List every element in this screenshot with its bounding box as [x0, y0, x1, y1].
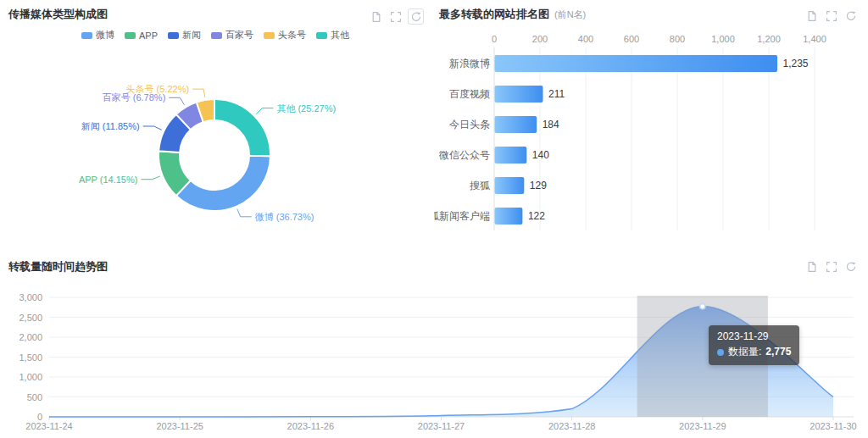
- pie-label: 新闻 (11.85%): [81, 121, 140, 131]
- dashboard: 传播媒体类型构成图 微博APP新闻百家号头条号其他 微博 (36.73%)APP…: [0, 0, 868, 438]
- bar-category-label: 微信公众号: [438, 149, 490, 161]
- tooltip-date: 2023-11-29: [717, 330, 791, 344]
- trend-ytick-label: 2,500: [19, 313, 42, 323]
- bar-1[interactable]: [495, 86, 543, 103]
- bar-axis-tick-label: 1,200: [757, 34, 781, 44]
- trend-xtick-label: 2023-11-26: [287, 421, 334, 431]
- pie-label-line: [237, 209, 252, 217]
- trend-panel: 转载量随时间趋势图 05001,0001,5002,0002,5003,0002…: [0, 251, 868, 438]
- bar-axis-tick-label: 800: [670, 34, 685, 44]
- pie-label: 其他 (25.27%): [276, 103, 336, 114]
- bar-axis-tick-label: 1,400: [803, 34, 826, 44]
- bar-category-label: 搜狐: [470, 180, 491, 191]
- trend-xtick-label: 2023-11-28: [548, 421, 595, 431]
- trend-xtick-label: 2023-11-24: [25, 421, 72, 431]
- bar-axis-tick-label: 600: [624, 34, 639, 44]
- bar-category-label: 新浪微博: [449, 58, 490, 69]
- trend-ytick-label: 1,500: [19, 352, 42, 363]
- hovered-point-marker: [700, 303, 705, 308]
- bar-axis-tick-label: 0: [492, 34, 497, 44]
- bar-value-label: 184: [542, 119, 559, 130]
- tooltip-series-label: 数据量:: [728, 345, 761, 359]
- trend-ytick-label: 3,000: [19, 292, 42, 302]
- trend-xtick-label: 2023-11-29: [679, 421, 726, 431]
- bar-2[interactable]: [495, 116, 537, 133]
- pie-slice-0[interactable]: [176, 156, 270, 211]
- trend-xtick-label: 2023-11-27: [418, 421, 465, 431]
- media-type-panel: 传播媒体类型构成图 微博APP新闻百家号头条号其他 微博 (36.73%)APP…: [0, 0, 431, 251]
- pie-label-line: [143, 126, 162, 130]
- bar-axis-tick-label: 200: [532, 34, 548, 44]
- pie-label: APP (14.15%): [79, 175, 138, 185]
- bar-4[interactable]: [495, 177, 525, 194]
- bar-5[interactable]: [495, 208, 523, 225]
- trend-tooltip: 2023-11-29 数据量: 2,775: [709, 325, 799, 365]
- bar-category-label: 百度视频: [449, 88, 490, 100]
- trend-ytick-label: 500: [27, 392, 42, 402]
- bar-value-label: 122: [528, 210, 545, 222]
- site-ranking-panel: 最多转载的网站排名图(前N名) 02004006008001,0001,2001…: [434, 0, 868, 251]
- pie-label-line: [256, 108, 273, 114]
- bar-axis-tick-label: 400: [578, 34, 593, 44]
- bar-value-label: 1,235: [783, 58, 809, 69]
- bar-category-label: 搜狐新闻客户端: [434, 210, 490, 222]
- trend-xtick-label: 2023-11-25: [156, 421, 203, 431]
- bar-axis-tick-label: 1,000: [711, 34, 735, 44]
- bar-category-label: 今日头条: [449, 119, 490, 130]
- trend-ytick-label: 1,000: [19, 372, 42, 382]
- media-type-donut-chart: 微博 (36.73%)APP (14.15%)新闻 (11.85%)百家号 (6…: [0, 0, 431, 251]
- pie-slice-5[interactable]: [214, 99, 270, 156]
- trend-ytick-label: 2,000: [19, 332, 42, 342]
- bar-value-label: 211: [548, 88, 565, 100]
- tooltip-value: 2,775: [765, 345, 791, 359]
- site-ranking-bar-chart: 02004006008001,0001,2001,400新浪微博1,235百度视…: [434, 0, 868, 251]
- series-dot-icon: [717, 349, 724, 356]
- pie-label-line: [192, 89, 205, 97]
- bar-3[interactable]: [495, 147, 527, 164]
- pie-label: 头条号 (5.22%): [126, 84, 190, 94]
- pie-label-line: [169, 97, 184, 105]
- pie-label-line: [141, 176, 159, 180]
- bar-value-label: 129: [530, 180, 547, 191]
- trend-xtick-label: 2023-11-30: [810, 421, 856, 431]
- bar-value-label: 140: [532, 149, 549, 161]
- bar-0[interactable]: [495, 55, 778, 72]
- pie-label: 微博 (36.73%): [255, 212, 314, 222]
